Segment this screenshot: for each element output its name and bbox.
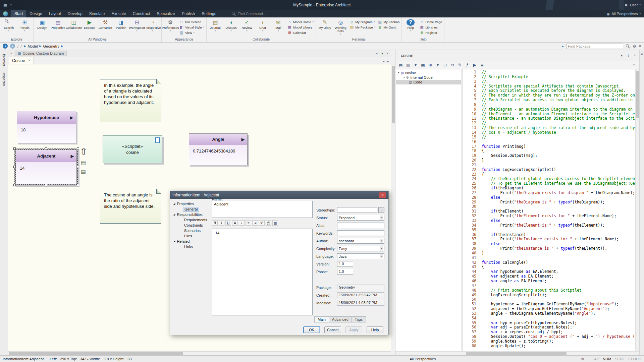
bold-button[interactable]: B bbox=[212, 220, 218, 226]
ribbon-button-full-screen[interactable]: □Full Screen bbox=[178, 19, 205, 24]
user-menu[interactable]: ☻ User ▾ bbox=[624, 3, 641, 7]
cancel-button[interactable]: Cancel bbox=[324, 326, 341, 333]
dialog-tree-files[interactable]: Files bbox=[173, 233, 210, 239]
image-button[interactable]: ▦ bbox=[272, 220, 278, 226]
ribbon-button-perspective[interactable]: ◔Perspective▾ bbox=[145, 18, 160, 32]
canvas-horizontal-scrollbar[interactable] bbox=[8, 351, 391, 355]
ribbon-button-help[interactable]: ?Help▾ bbox=[403, 18, 418, 32]
ribbon-button-home-page[interactable]: ⌂Home Page bbox=[419, 19, 443, 24]
complexity-select[interactable]: Easy▾ bbox=[337, 246, 384, 251]
note-element-2[interactable]: The cosine of an angle is the ratio of t… bbox=[100, 189, 161, 224]
close-icon[interactable]: × bbox=[387, 51, 389, 56]
chevron-down-icon[interactable]: ▾ bbox=[381, 51, 383, 56]
chevron-down-icon[interactable]: ▾ bbox=[621, 53, 623, 58]
search-icon[interactable] bbox=[626, 44, 630, 48]
diagram-caption-tab[interactable]: ▦ Cosine. Custom Diagram bbox=[15, 51, 67, 56]
ribbon-button-preferences[interactable]: ⚙Preferences▾ bbox=[163, 18, 178, 32]
dialog-tab-tags[interactable]: Tags bbox=[352, 316, 366, 322]
dialog-titlebar[interactable]: InformationItem : Adjacent × bbox=[170, 191, 388, 199]
code-horizontal-scrollbar[interactable] bbox=[395, 351, 639, 355]
ribbon-button-my-kanban[interactable]: ▥My Kanban bbox=[377, 19, 400, 24]
selection-handle[interactable] bbox=[45, 184, 47, 186]
dialog-tree-links[interactable]: Links bbox=[173, 244, 210, 249]
ribbon-button-my-diary[interactable]: ✎My Diary bbox=[317, 18, 332, 29]
ribbon-button-discuss[interactable]: ◖Discuss▾ bbox=[223, 18, 239, 32]
save-icon[interactable]: ⊡ bbox=[442, 62, 448, 68]
mini-element-icon[interactable]: ▤ bbox=[81, 169, 86, 175]
browse-button[interactable]: … bbox=[378, 207, 384, 213]
element-angle[interactable]: Angle ▶ 0.7124746245384189 bbox=[189, 133, 248, 165]
breadcrumb-segment-geometry[interactable]: Geometry bbox=[43, 44, 59, 48]
stereotype-input[interactable] bbox=[337, 207, 377, 213]
ribbon-tab-layout[interactable]: Layout bbox=[46, 10, 64, 17]
note-element-1[interactable]: In this example, the angle of a triangle… bbox=[100, 79, 161, 122]
ribbon-tab-design[interactable]: Design bbox=[26, 10, 45, 17]
version-input[interactable]: 1.0 bbox=[337, 261, 353, 267]
ribbon-button-my-package[interactable]: ▨My Package▾ bbox=[348, 25, 376, 29]
tab-cosine[interactable]: Cosine ✕ bbox=[9, 57, 34, 64]
apply-button[interactable]: Apply bbox=[345, 326, 362, 333]
dialog-tree-related[interactable]: ◢Related bbox=[173, 239, 210, 244]
name-input[interactable]: Adjacent bbox=[212, 201, 313, 218]
dialog-tab-advanced[interactable]: Advanced bbox=[329, 316, 352, 322]
menu-icon[interactable]: ≡ bbox=[641, 52, 643, 355]
superscript-button[interactable]: x² bbox=[259, 220, 265, 226]
bullet-list-button[interactable]: • bbox=[239, 220, 245, 226]
overflow-chevrons-icon[interactable]: » bbox=[10, 51, 12, 55]
add-icon[interactable]: ⊞ bbox=[427, 62, 433, 68]
ribbon-button-working-sets[interactable]: ◎Working Sets▾ bbox=[333, 18, 348, 35]
selection-handle[interactable] bbox=[13, 166, 16, 168]
gear-icon[interactable]: ⚙ bbox=[633, 44, 636, 49]
alias-input[interactable] bbox=[337, 223, 384, 228]
tree-icon[interactable]: ▦ bbox=[420, 62, 426, 68]
ribbon-tab-construct[interactable]: Construct bbox=[129, 10, 153, 17]
zoom-icon[interactable]: ⊕ bbox=[581, 357, 584, 361]
code-editor[interactable]: 1234567891011121314151617181920212223242… bbox=[463, 69, 639, 351]
selection-handle[interactable] bbox=[13, 147, 16, 150]
help-button[interactable]: Help bbox=[367, 326, 383, 333]
ribbon-button-view[interactable]: ▥View▾ bbox=[178, 30, 205, 35]
selection-handle[interactable] bbox=[77, 147, 79, 150]
dropdown-icon[interactable]: ▾ bbox=[435, 62, 441, 68]
italic-button[interactable]: I bbox=[219, 220, 224, 226]
run-icon[interactable]: ▶ bbox=[472, 62, 478, 68]
nav-forward-button[interactable]: ▸ bbox=[10, 44, 15, 49]
selection-handle[interactable] bbox=[45, 147, 47, 150]
menu-icon[interactable]: ≡ bbox=[639, 44, 641, 49]
dropdown-icon[interactable]: ▾ bbox=[413, 62, 419, 68]
dialog-tree-general[interactable]: General bbox=[173, 206, 210, 212]
menu-icon[interactable]: ≡ bbox=[631, 62, 637, 68]
ribbon-button-libraries[interactable]: ▦Libraries bbox=[419, 25, 443, 29]
ribbon-button-portals[interactable]: ⊞Portals▾ bbox=[17, 18, 32, 32]
collapse-icon[interactable]: « bbox=[376, 51, 378, 56]
dialog-tree-responsibilities[interactable]: ◢Responsibilities bbox=[173, 212, 210, 217]
dock-tab-inspector[interactable]: Inspector bbox=[2, 71, 6, 87]
dock-tab-browser[interactable]: Browser bbox=[2, 53, 6, 68]
close-button[interactable]: × bbox=[379, 192, 386, 198]
perspectives-menu[interactable]: ◉ All Perspectives ▾ bbox=[607, 12, 641, 16]
func-icon[interactable]: ƒ bbox=[464, 62, 470, 68]
app-logo[interactable] bbox=[3, 11, 8, 16]
ribbon-button-journal[interactable]: ▤Journal▾ bbox=[208, 18, 223, 32]
scroll-left-icon[interactable]: ◂ bbox=[383, 59, 384, 63]
numbered-list-button[interactable]: ≡ bbox=[246, 220, 251, 226]
ribbon-button-model-library[interactable]: ▦Model Library bbox=[286, 25, 315, 29]
dialog-tree-properties[interactable]: ◢Properties bbox=[173, 201, 210, 206]
edit-icon[interactable]: ✎ bbox=[457, 62, 463, 68]
dialog-tree-scenarios[interactable]: Scenarios bbox=[173, 228, 210, 233]
indent-button[interactable]: ⇥ bbox=[252, 220, 258, 226]
ribbon-tab-start[interactable]: Start bbox=[11, 10, 26, 17]
ribbon-button-search[interactable]: Search▾ bbox=[1, 18, 16, 32]
code-tree-code[interactable]: ▥Code bbox=[396, 80, 461, 84]
ribbon-button-review[interactable]: ✓Review▾ bbox=[239, 18, 255, 32]
list-icon[interactable]: ▥ bbox=[405, 62, 411, 68]
ribbon-tab-execute[interactable]: Execute bbox=[108, 10, 129, 17]
hamburger-icon[interactable]: ≡ bbox=[10, 3, 12, 7]
ribbon-button-properties[interactable]: ▤Properties bbox=[50, 18, 66, 29]
ribbon-button-design[interactable]: ▣Design bbox=[35, 18, 50, 29]
ribbon-button-collaborate[interactable]: ◫Collaborate bbox=[66, 18, 82, 29]
ribbon-tab-simulate[interactable]: Simulate bbox=[86, 10, 108, 17]
mini-element-icon[interactable]: ▤ bbox=[81, 159, 86, 166]
element-hypotenuse[interactable]: Hypotenuse ▶ 18 bbox=[17, 111, 76, 143]
ribbon-button-register[interactable]: ⊕Register bbox=[419, 30, 443, 35]
